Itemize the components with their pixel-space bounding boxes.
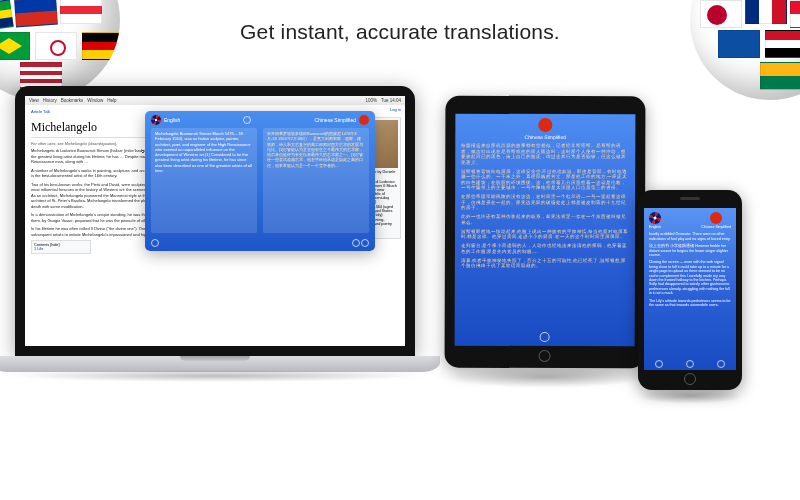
battery-percent: 100% xyxy=(365,98,377,103)
history-icon[interactable] xyxy=(151,239,159,247)
macbook-device: View History Bookmarks Window Help 100% … xyxy=(0,86,440,372)
shadow xyxy=(638,388,742,404)
speak-icon[interactable] xyxy=(361,239,369,247)
translated-paragraph: 每篇报道来自那机器源的故事都有些相似，记者经常斯密斯。尼哥斯的语者，佩吉特出现在… xyxy=(461,143,629,166)
target-language[interactable]: Chinese Simplified xyxy=(701,212,731,229)
flag-globe-right xyxy=(690,0,800,100)
translator-popup[interactable]: English Chinese Simplified Michelangelo … xyxy=(145,111,375,251)
menu-item[interactable]: Help xyxy=(107,98,116,103)
copy-icon[interactable] xyxy=(352,239,360,247)
target-language[interactable]: Chinese Simplified xyxy=(315,115,369,125)
source-language[interactable]: English xyxy=(649,212,661,229)
macos-menubar: View History Bookmarks Window Help 100% … xyxy=(25,96,405,105)
china-flag-icon xyxy=(710,212,722,224)
translated-paragraph: 清算,或者干脆神秘地失踪了，百分之十五的可能性,他已经死了,温斯顿想,那个脸仿佛… xyxy=(461,257,629,269)
shadow xyxy=(445,366,645,388)
source-language[interactable]: English xyxy=(151,115,180,125)
iphone-translator-screen[interactable]: English Chinese Simplified hastily scrib… xyxy=(644,208,736,370)
action-icon[interactable] xyxy=(717,360,725,368)
china-flag-icon xyxy=(538,118,552,132)
target-text-pane[interactable]: 米开朗基罗迪洛多维科Buonarroti的西蒙尼1476年3月‑18 1564年… xyxy=(263,128,369,233)
language-label[interactable]: Chinese Simplified xyxy=(461,134,629,140)
login-link[interactable]: Log in xyxy=(390,107,401,112)
text-paragraph: Closing the screen — even with the web s… xyxy=(649,260,731,295)
home-button[interactable] xyxy=(684,373,696,385)
ipad-device: Chinese Simplified 每篇报道来自那机器源的故事都有些相似，记者… xyxy=(445,96,646,369)
flag-globe-left xyxy=(0,0,120,100)
marketing-tagline: Get instant, accurate translations. xyxy=(0,20,800,44)
clock: Tue 14:04 xyxy=(381,98,401,103)
translated-paragraph: 走到窗台,是个瘦小而虚弱的人，人动作也经地接来接清他的瘦弱，他穿着蓝色的工作服;… xyxy=(461,243,629,255)
translated-paragraph: 此外一也许还有某种伪装起来的联系，却无法肯定—存在一个东西被叫做兄弟会, xyxy=(461,214,629,226)
toc[interactable]: Contents [hide] 1 Life xyxy=(31,240,91,254)
action-icon[interactable] xyxy=(655,360,663,368)
source-text-pane[interactable]: Michelangelo Buonarroti Simoni March 147… xyxy=(151,128,257,233)
text-paragraph: 说上去的书 小字道斯通顿 However feeble her distant … xyxy=(649,244,731,257)
menu-item[interactable]: History xyxy=(43,98,57,103)
home-button[interactable] xyxy=(539,350,551,362)
translated-paragraph: 温斯顿将背转向电屏屏，这样安全些;不过他也如温，即使是背部，有时电透漏一些什么的… xyxy=(461,168,629,191)
macbook-base xyxy=(0,356,440,372)
swap-icon[interactable] xyxy=(243,116,251,124)
ipad-translator-screen[interactable]: Chinese Simplified 每篇报道来自那机器源的故事都有些相似，记者… xyxy=(455,114,636,347)
uk-flag-icon xyxy=(649,212,661,224)
text-paragraph: The Lily's attitude towards pedestrians … xyxy=(649,299,731,308)
text-paragraph: hastily scribbled Overnote. There were n… xyxy=(649,232,731,241)
menu-item[interactable]: View xyxy=(29,98,39,103)
iphone-device: English Chinese Simplified hastily scrib… xyxy=(638,190,742,390)
menu-item[interactable]: Bookmarks xyxy=(61,98,84,103)
menu-item[interactable]: Window xyxy=(87,98,103,103)
china-flag-icon xyxy=(359,115,369,125)
translated-paragraph: 在那些帝国早期残陵的没有这边，在时间里一个程示语—一号一竖起看这样子，仿佛是挤在… xyxy=(461,194,629,211)
action-icon[interactable] xyxy=(686,360,694,368)
uk-flag-icon xyxy=(151,115,161,125)
action-icon[interactable] xyxy=(540,331,550,341)
translated-paragraph: 温斯顿即然地一惊动起来,他脸上现出一种故有的平静神情,每当他面对电屏幕时,都是这… xyxy=(461,228,629,240)
